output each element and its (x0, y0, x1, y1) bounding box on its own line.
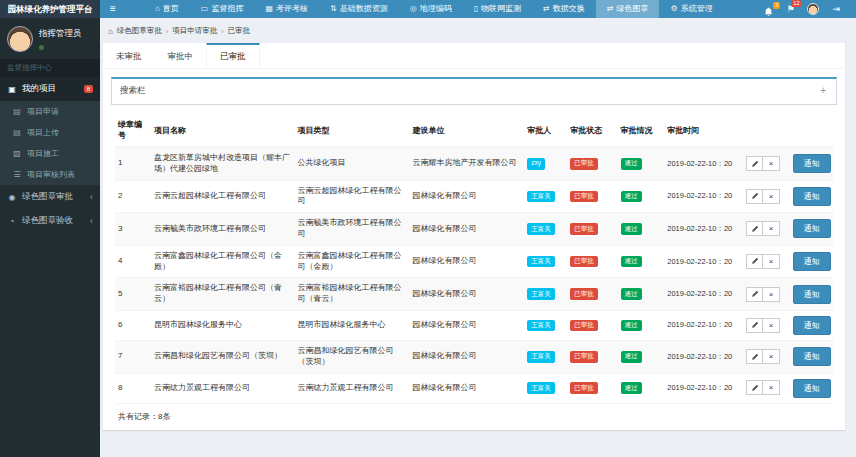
nav-item-label: 监督指挥 (211, 0, 243, 18)
sidebar-subitem-项目申请[interactable]: ▤项目申请 (0, 101, 100, 122)
edit-button[interactable] (746, 156, 763, 171)
delete-button[interactable]: × (763, 318, 780, 333)
delete-button[interactable]: × (763, 287, 780, 302)
sidebar-subitem-label: 项目上传 (27, 127, 59, 138)
edit-button[interactable] (746, 221, 763, 236)
cell-approve-time: 2019-02-22-10：20 (664, 373, 743, 403)
notify-button[interactable]: 通知 (793, 187, 831, 206)
nav-item-数据交换[interactable]: ⇄数据交换 (532, 0, 596, 18)
edit-button[interactable] (746, 254, 763, 269)
notify-button[interactable]: 通知 (793, 285, 831, 304)
search-panel: 搜索栏 + (111, 77, 837, 105)
sidebar-subitem-项目施工[interactable]: ▧项目施工 (0, 143, 100, 164)
cell-project-type: 云南富裕园林绿化工程有限公司（青云） (295, 278, 410, 311)
delete-button[interactable]: × (763, 349, 780, 364)
user-avatar[interactable] (807, 3, 819, 15)
sidebar-subitem-项目上传[interactable]: ▤项目上传 (0, 122, 100, 143)
breadcrumb-item[interactable]: 绿色图章审批 (117, 26, 162, 36)
row-action-group: × (746, 156, 780, 171)
sidebar-subitem-项目审核列表[interactable]: ☰项目审核列表 (0, 164, 100, 185)
notify-button[interactable]: 通知 (793, 154, 831, 173)
nav-item-物联网监测[interactable]: ▯物联网监测 (463, 0, 532, 18)
notify-button[interactable]: 通知 (793, 219, 831, 238)
edit-button[interactable] (746, 318, 763, 333)
expand-panel-button[interactable]: + (818, 87, 828, 95)
map-marker-icon: ◎ (410, 0, 417, 18)
user-panel: 指挥管理员 (0, 18, 100, 59)
nav-item-基础数据资源[interactable]: ⇅基础数据资源 (319, 0, 399, 18)
status-badge: 已审批 (570, 351, 598, 363)
cell-result: 通过 (618, 213, 665, 246)
column-header-建设单位: 建设单位 (409, 114, 524, 147)
delete-button[interactable]: × (763, 221, 780, 236)
edit-button[interactable] (746, 349, 763, 364)
sidebar-toggle-icon[interactable]: ≡ (100, 0, 126, 18)
approval-table-wrap: 绿章编号项目名称项目类型建设单位审批人审批状态审批情况审批时间 1盘龙区新草房城… (111, 114, 837, 404)
delete-button[interactable]: × (763, 254, 780, 269)
cell-status: 已审批 (567, 373, 617, 403)
chevron-left-icon: ‹ (90, 192, 93, 202)
tab-未审批[interactable]: 未审批 (103, 43, 155, 68)
sidebar-subitem-label: 项目审核列表 (27, 169, 75, 180)
notify-button[interactable]: 通知 (793, 379, 831, 398)
column-header-审批时间: 审批时间 (664, 114, 743, 147)
nav-item-绿色图章[interactable]: ⇄绿色图章 (596, 0, 660, 18)
pencil-icon (751, 192, 759, 200)
sidebar-subitem-label: 项目申请 (27, 106, 59, 117)
edit-button[interactable] (746, 189, 763, 204)
messages-button[interactable]: ⚑ 12 (786, 0, 794, 18)
notify-button[interactable]: 通知 (793, 252, 831, 271)
cell-build-org: 园林绿化有限公司 (409, 180, 524, 213)
cell-project-type: 云南富鑫园林绿化工程有限公司（金殿） (295, 245, 410, 278)
cell-project-type: 云南云超园林绿化工程有限公司 (295, 180, 410, 213)
delete-button[interactable]: × (763, 156, 780, 171)
approval-table: 绿章编号项目名称项目类型建设单位审批人审批状态审批情况审批时间 1盘龙区新草房城… (115, 114, 833, 404)
navbar-right: 3 ⚑ 12 ⇥ (758, 0, 856, 18)
sidebar-link-绿色图章验收[interactable]: ◔绿色图章验收‹ (0, 209, 100, 233)
delete-button[interactable]: × (763, 380, 780, 395)
list-icon: ☰ (12, 170, 22, 179)
cell-build-org: 园林绿化有限公司 (409, 245, 524, 278)
app-brand: 园林绿化养护管理平台 (0, 0, 100, 18)
nav-item-地理编码[interactable]: ◎地理编码 (399, 0, 463, 18)
sidebar-user-name: 指挥管理员 (39, 28, 82, 40)
tab-已审批[interactable]: 已审批 (206, 43, 260, 68)
nav-item-首页[interactable]: ⌂首页 (144, 0, 190, 18)
breadcrumb-item[interactable]: 已审批 (228, 26, 251, 36)
edit-button[interactable] (746, 287, 763, 302)
result-badge: 通过 (621, 158, 642, 170)
table-row: 8云南纮力景观工程有限公司云南纮力景观工程有限公司园林绿化有限公司王富美已审批通… (115, 373, 833, 403)
data-exchange-icon: ⇄ (543, 0, 550, 18)
sidebar-link-我的项目[interactable]: ▣我的项目8 (0, 77, 100, 101)
cell-notify: 通知 (790, 373, 833, 403)
cell-result: 通过 (618, 340, 665, 373)
sidebar-link-绿色图章审批[interactable]: ◉绿色图章审批‹ (0, 185, 100, 209)
edit-button[interactable] (746, 380, 763, 395)
close-icon: × (769, 158, 774, 169)
pencil-icon (751, 225, 759, 233)
breadcrumb-item[interactable]: 项目申请审批 (172, 26, 217, 36)
notify-button[interactable]: 通知 (793, 316, 831, 335)
sidebar-avatar[interactable] (7, 26, 33, 52)
search-panel-title: 搜索栏 (120, 85, 146, 97)
nav-item-系统管理[interactable]: ⚙系统管理 (659, 0, 723, 18)
nav-item-监督指挥[interactable]: ▭监督指挥 (190, 0, 255, 18)
home-icon: ⌂ (108, 27, 113, 36)
cell-status: 已审批 (567, 340, 617, 373)
cell-approver: zxy (524, 147, 567, 180)
result-badge: 通过 (621, 320, 642, 332)
main-content: ⌂ 绿色图章审批›项目申请审批›已审批 未审批审批中已审批 搜索栏 + 绿章编号… (100, 18, 856, 457)
cell-approve-time: 2019-02-22-10：20 (664, 340, 743, 373)
laptop-icon: ▣ (7, 85, 17, 94)
table-row: 7云南昌和绿化园艺有限公司（茨坝）云南昌和绿化园艺有限公司（茨坝）园林绿化有限公… (115, 340, 833, 373)
notify-button[interactable]: 通知 (793, 347, 831, 366)
nav-item-考评考核[interactable]: ▦考评考核 (254, 0, 319, 18)
tab-审批中[interactable]: 审批中 (155, 43, 207, 68)
logout-button[interactable]: ⇥ (832, 0, 840, 18)
sidebar-badge: 8 (84, 85, 93, 93)
notifications-button[interactable]: 3 (764, 2, 773, 16)
close-icon: × (769, 223, 774, 234)
result-badge: 通过 (621, 223, 642, 235)
column-header-actions (743, 114, 790, 147)
delete-button[interactable]: × (763, 189, 780, 204)
